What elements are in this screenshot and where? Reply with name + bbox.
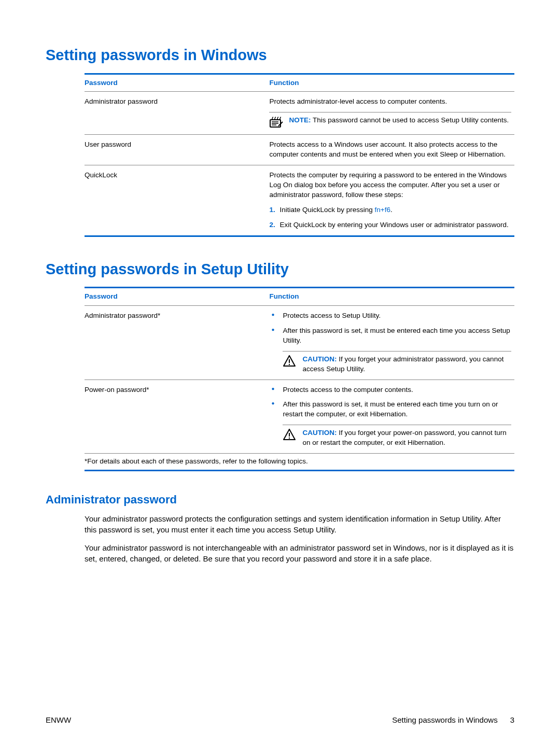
footnote-text: *For details about each of these passwor… xyxy=(85,454,514,471)
pw-name: QuickLock xyxy=(85,165,269,236)
table-row: User password Protects access to a Windo… xyxy=(85,135,514,165)
body-paragraph: Your administrator password is not inter… xyxy=(85,542,514,564)
table-row: Administrator password Protects administ… xyxy=(85,92,514,135)
note-label: NOTE: xyxy=(289,116,311,124)
caution-label: CAUTION: xyxy=(302,429,337,437)
footer-section-title: Setting passwords in Windows xyxy=(392,714,497,725)
pw-function: Protects administrator-level access to c… xyxy=(269,92,514,135)
pw-function: Protects the computer by requiring a pas… xyxy=(269,165,514,236)
list-item: After this password is set, it must be e… xyxy=(269,326,511,346)
list-item: Protects access to the computer contents… xyxy=(269,385,511,395)
step-num: 1. xyxy=(269,205,279,215)
pw-function: Protects access to the computer contents… xyxy=(269,379,514,453)
footer-right: Setting passwords in Windows 3 xyxy=(392,714,514,725)
caution-box: CAUTION: If you forget your administrato… xyxy=(283,351,511,374)
note-content: NOTE: This password cannot be used to ac… xyxy=(289,116,509,125)
note-icon xyxy=(269,116,284,129)
pw-desc: Protects administrator-level access to c… xyxy=(269,97,511,107)
caution-icon xyxy=(283,355,297,367)
step-text-a: Initiate QuickLock by pressing xyxy=(279,206,374,214)
svg-point-7 xyxy=(289,438,290,439)
step-text: Exit QuickLock by entering your Windows … xyxy=(279,220,511,230)
quicklock-steps: 1. Initiate QuickLock by pressing fn+f6.… xyxy=(269,205,511,230)
table-windows-passwords: Password Function Administrator password… xyxy=(85,73,514,237)
list-item: 1. Initiate QuickLock by pressing fn+f6. xyxy=(269,205,511,215)
caution-box: CAUTION: If you forget your power-on pas… xyxy=(283,425,511,448)
caution-content: CAUTION: If you forget your power-on pas… xyxy=(302,428,511,448)
step-num: 2. xyxy=(269,220,279,230)
svg-point-5 xyxy=(289,364,290,365)
note-box: NOTE: This password cannot be used to ac… xyxy=(269,112,511,129)
heading-setup-utility-passwords: Setting passwords in Setup Utility xyxy=(46,259,514,280)
pw-function: Protects access to Setup Utility. After … xyxy=(269,306,514,379)
step-text-b: . xyxy=(390,206,393,214)
table-setup-utility-passwords: Password Function Administrator password… xyxy=(85,287,514,471)
bullet-list: Protects access to Setup Utility. After … xyxy=(269,311,511,346)
pw-name: User password xyxy=(85,135,269,165)
table-row: Administrator password* Protects access … xyxy=(85,306,514,379)
list-item: After this password is set, it must be e… xyxy=(269,400,511,419)
heading-windows-passwords: Setting passwords in Windows xyxy=(46,45,514,66)
table-footnote-row: *For details about each of these passwor… xyxy=(85,454,514,471)
th-function: Function xyxy=(269,288,514,306)
pw-name: Power-on password* xyxy=(85,379,269,453)
pw-desc: Protects the computer by requiring a pas… xyxy=(269,171,511,200)
page-footer: ENWW Setting passwords in Windows 3 xyxy=(46,714,514,725)
pw-desc: Protects access to a Windows user accoun… xyxy=(269,135,514,165)
pw-name: Administrator password xyxy=(85,92,269,135)
table-row: QuickLock Protects the computer by requi… xyxy=(85,165,514,236)
table-row: Power-on password* Protects access to th… xyxy=(85,379,514,453)
body-paragraph: Your administrator password protects the… xyxy=(85,513,514,535)
key-combo: fn+f6 xyxy=(375,206,390,214)
th-password: Password xyxy=(85,288,269,306)
th-password: Password xyxy=(85,74,269,92)
list-item: Protects access to Setup Utility. xyxy=(269,311,511,321)
document-page: Setting passwords in Windows Password Fu… xyxy=(0,0,560,745)
caution-label: CAUTION: xyxy=(302,355,337,363)
bullet-list: Protects access to the computer contents… xyxy=(269,385,511,420)
th-function: Function xyxy=(269,74,514,92)
page-number: 3 xyxy=(510,714,514,725)
list-item: 2. Exit QuickLock by entering your Windo… xyxy=(269,220,511,230)
footer-left: ENWW xyxy=(46,714,71,725)
note-text: This password cannot be used to access S… xyxy=(313,116,509,124)
pw-name: Administrator password* xyxy=(85,306,269,379)
step-text: Initiate QuickLock by pressing fn+f6. xyxy=(279,205,511,215)
heading-admin-password: Administrator password xyxy=(46,492,514,508)
caution-icon xyxy=(283,428,297,441)
caution-content: CAUTION: If you forget your administrato… xyxy=(302,355,511,374)
